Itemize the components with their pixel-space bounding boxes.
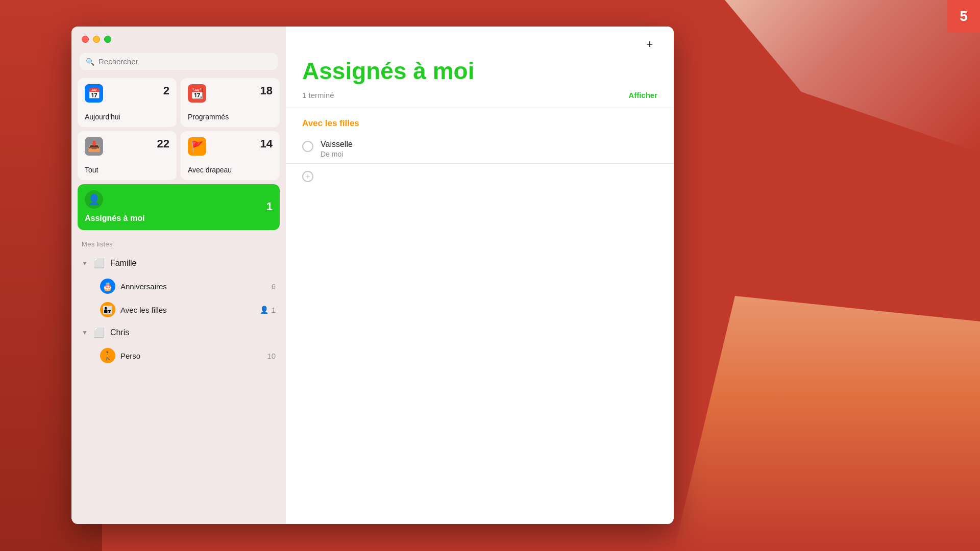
- sidebar: 🔍 📅 2 Aujourd'hui 📆 18 Programmés: [71, 27, 286, 524]
- all-label: Tout: [85, 166, 169, 174]
- avec-les-filles-count: 1: [272, 306, 276, 314]
- flagged-icon: 🚩: [188, 137, 206, 156]
- app-window: 🔍 📅 2 Aujourd'hui 📆 18 Programmés: [71, 27, 674, 524]
- minimize-button[interactable]: [93, 36, 100, 43]
- famille-chevron: ▼: [82, 260, 88, 267]
- avec-les-filles-name: Avec les filles: [120, 306, 255, 314]
- today-icon: 📅: [85, 84, 103, 103]
- flagged-label: Avec drapeau: [188, 166, 273, 174]
- anniversaires-icon: 🎂: [100, 279, 115, 294]
- afficher-button[interactable]: Afficher: [628, 91, 657, 99]
- close-button[interactable]: [82, 36, 89, 43]
- assigned-count: 1: [266, 200, 273, 213]
- main-content: + Assignés à moi 1 terminé Afficher Avec…: [286, 27, 674, 524]
- search-icon: 🔍: [86, 58, 94, 66]
- add-task-button[interactable]: +: [642, 37, 657, 52]
- page-title: Assignés à moi: [286, 57, 674, 85]
- famille-folder-icon: ⬜: [92, 256, 106, 270]
- smart-card-scheduled[interactable]: 📆 18 Programmés: [181, 78, 280, 127]
- chris-folder-icon: ⬜: [92, 325, 106, 340]
- famille-group-name: Famille: [110, 259, 276, 268]
- assigned-left: 👤 Assignés à moi: [85, 190, 144, 223]
- assigned-card[interactable]: 👤 Assignés à moi 1: [78, 184, 280, 230]
- perso-name: Perso: [120, 352, 262, 360]
- task-group-header: Avec les filles: [286, 108, 674, 135]
- smart-card-all[interactable]: 📥 22 Tout: [78, 131, 177, 180]
- smart-card-today[interactable]: 📅 2 Aujourd'hui: [78, 78, 177, 127]
- titlebar: [71, 27, 286, 49]
- notification-badge: 5: [947, 0, 980, 33]
- my-lists-header: Mes listes: [71, 238, 286, 252]
- completed-row: 1 terminé Afficher: [286, 89, 674, 108]
- scheduled-icon: 📆: [188, 84, 206, 103]
- anniversaires-name: Anniversaires: [120, 282, 266, 291]
- chris-group-header[interactable]: ▼ ⬜ Chris: [78, 321, 280, 344]
- task-subtitle-vaisselle: De moi: [321, 150, 353, 158]
- add-task-row[interactable]: +: [286, 164, 674, 189]
- task-item-vaisselle: Vaisselle De moi: [286, 135, 674, 164]
- avec-les-filles-icon: 👨‍👧: [100, 302, 115, 317]
- scheduled-count: 18: [260, 84, 273, 97]
- search-bar[interactable]: 🔍: [80, 53, 278, 70]
- plus-icon: +: [647, 38, 653, 51]
- task-checkbox-vaisselle[interactable]: [302, 141, 313, 152]
- today-label: Aujourd'hui: [85, 113, 169, 121]
- list-item-anniversaires[interactable]: 🎂 Anniversaires 6: [78, 274, 280, 298]
- assigned-label: Assignés à moi: [85, 214, 144, 223]
- task-text-vaisselle: Vaisselle De moi: [321, 140, 353, 158]
- famille-group-header[interactable]: ▼ ⬜ Famille: [78, 252, 280, 274]
- chris-chevron: ▼: [82, 329, 88, 336]
- perso-right: 10: [267, 352, 276, 360]
- maximize-button[interactable]: [104, 36, 111, 43]
- chris-group-name: Chris: [110, 328, 276, 337]
- scheduled-label: Programmés: [188, 113, 273, 121]
- main-header: +: [286, 27, 674, 57]
- task-name-vaisselle: Vaisselle: [321, 140, 353, 149]
- famille-group: ▼ ⬜ Famille 🎂 Anniversaires 6 👨‍👧 Avec l…: [71, 252, 286, 321]
- smart-lists-grid: 📅 2 Aujourd'hui 📆 18 Programmés 📥 22: [71, 78, 286, 180]
- list-item-avec-les-filles[interactable]: 👨‍👧 Avec les filles 👤 1: [78, 298, 280, 321]
- perso-count: 10: [267, 352, 276, 360]
- flagged-count: 14: [260, 137, 273, 151]
- list-item-perso[interactable]: 🚶 Perso 10: [78, 344, 280, 367]
- chris-group: ▼ ⬜ Chris 🚶 Perso 10: [71, 321, 286, 367]
- add-task-plus-icon[interactable]: +: [302, 171, 313, 182]
- anniversaires-right: 6: [272, 282, 276, 291]
- smart-card-flagged[interactable]: 🚩 14 Avec drapeau: [181, 131, 280, 180]
- badge-count: 5: [960, 8, 968, 24]
- today-count: 2: [163, 84, 169, 97]
- avec-les-filles-right: 👤 1: [260, 306, 276, 314]
- all-icon: 📥: [85, 137, 103, 156]
- avec-les-filles-shared-icon: 👤: [260, 306, 268, 314]
- anniversaires-count: 6: [272, 282, 276, 291]
- completed-text: 1 terminé: [302, 91, 334, 99]
- assigned-icon: 👤: [85, 190, 103, 209]
- search-input[interactable]: [99, 57, 272, 66]
- perso-icon: 🚶: [100, 348, 115, 363]
- all-count: 22: [157, 137, 169, 151]
